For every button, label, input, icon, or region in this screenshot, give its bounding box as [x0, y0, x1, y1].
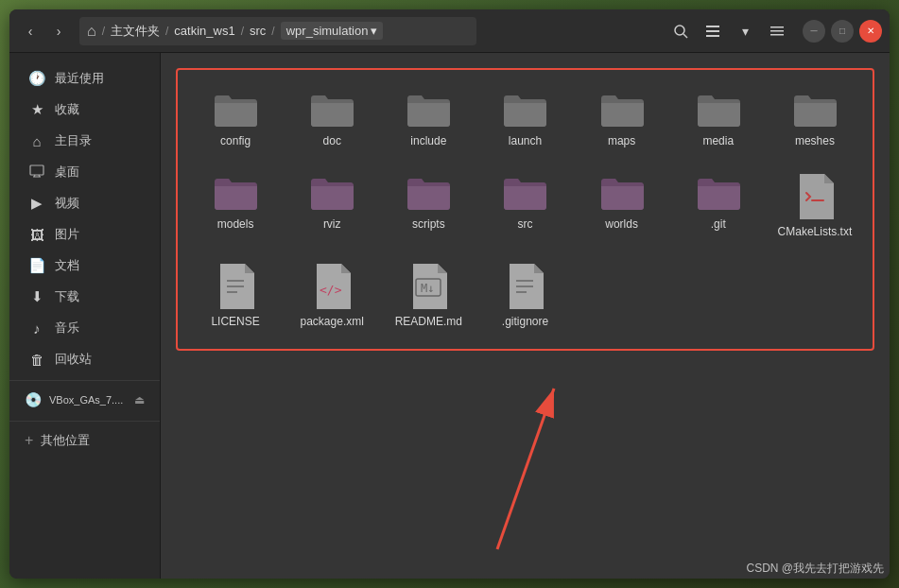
watermark: CSDN @我先去打把游戏先 [746, 561, 884, 577]
maximize-button[interactable]: □ [831, 20, 854, 43]
folder-media[interactable]: media [672, 81, 765, 157]
folder-config-label: config [220, 134, 251, 149]
svg-rect-4 [706, 35, 719, 37]
folder-rviz-label: rviz [323, 217, 341, 233]
folder-git-label: .git [711, 217, 726, 233]
breadcrumb-home-label[interactable]: 主文件夹 [111, 23, 160, 40]
sidebar-other-section: + 其他位置 [9, 421, 160, 456]
search-button[interactable] [666, 17, 695, 45]
file-manager-window: ‹ › ⌂ / 主文件夹 / catkin_ws1 / src / wpr_si… [9, 9, 890, 579]
nav-forward-button[interactable]: › [45, 18, 72, 44]
folder-launch[interactable]: launch [478, 81, 571, 157]
sidebar-item-recent[interactable]: 🕐 最近使用 [13, 63, 156, 94]
file-package-xml-label: package.xml [301, 315, 364, 330]
folder-scripts[interactable]: scripts [382, 164, 475, 248]
folder-models[interactable]: models [189, 164, 282, 248]
recent-icon: 🕐 [28, 70, 45, 87]
folder-icon [500, 89, 549, 130]
file-grid: config doc [176, 68, 874, 351]
svg-rect-7 [770, 34, 784, 36]
file-cmakelists[interactable]: CMakeLists.txt [769, 164, 861, 248]
home-icon: ⌂ [28, 133, 45, 149]
close-button[interactable]: ✕ [859, 20, 882, 43]
sidebar-item-home[interactable]: ⌂ 主目录 [13, 126, 156, 156]
titlebar: ‹ › ⌂ / 主文件夹 / catkin_ws1 / src / wpr_si… [9, 9, 890, 53]
music-icon: ♪ [28, 320, 45, 337]
sidebar-item-trash[interactable]: 🗑 回收站 [13, 344, 156, 374]
sidebar-item-desktop[interactable]: 桌面 [13, 157, 156, 187]
disc-icon: 💿 [25, 391, 42, 408]
file-area: config doc [161, 53, 890, 579]
folder-scripts-label: scripts [412, 217, 445, 233]
nav-buttons: ‹ › [17, 18, 72, 44]
desktop-icon [28, 164, 45, 181]
folder-worlds-label: worlds [605, 217, 638, 233]
folder-src-label: src [517, 217, 532, 233]
sidebar-item-pictures[interactable]: 🖼 图片 [13, 219, 156, 250]
trash-icon: 🗑 [28, 352, 45, 368]
folder-meshes-label: meshes [795, 134, 835, 149]
folder-include[interactable]: include [382, 81, 475, 157]
view-list-button[interactable] [699, 17, 727, 45]
folder-icon [597, 89, 647, 130]
breadcrumb-src[interactable]: src [250, 24, 266, 38]
file-gitignore[interactable]: .gitignore [478, 254, 571, 337]
sidebar-item-videos[interactable]: ▶ 视频 [13, 188, 156, 218]
device-label: VBox_GAs_7.... [49, 394, 123, 406]
nav-back-button[interactable]: ‹ [17, 18, 43, 44]
folder-config[interactable]: config [189, 81, 282, 157]
home-icon: ⌂ [87, 23, 96, 40]
minimize-button[interactable]: ─ [803, 20, 825, 43]
downloads-icon: ⬇ [28, 288, 45, 305]
file-readme-label: README.md [395, 315, 462, 330]
cmake-file-icon [794, 172, 836, 221]
folder-models-label: models [217, 217, 254, 233]
svg-rect-3 [706, 30, 719, 32]
folder-src[interactable]: src [478, 164, 571, 248]
main-content: 🕐 最近使用 ★ 收藏 ⌂ 主目录 [9, 53, 890, 579]
sort-button[interactable]: ▾ [731, 17, 759, 45]
folder-icon [694, 89, 743, 130]
folder-meshes[interactable]: meshes [769, 81, 861, 157]
sidebar-item-label: 图片 [55, 226, 79, 243]
folder-maps-label: maps [608, 134, 635, 149]
breadcrumb: ⌂ / 主文件夹 / catkin_ws1 / src / wpr_simula… [79, 17, 476, 45]
folder-doc[interactable]: doc [285, 81, 378, 157]
breadcrumb-catkin[interactable]: catkin_ws1 [174, 24, 234, 38]
window-controls: ─ □ ✕ [803, 20, 882, 43]
sidebar-item-music[interactable]: ♪ 音乐 [13, 313, 156, 343]
videos-icon: ▶ [28, 195, 45, 212]
folder-worlds[interactable]: worlds [576, 164, 668, 248]
folder-icon [211, 89, 260, 130]
xml-file-icon: </> [311, 262, 353, 311]
sidebar-item-other-locations[interactable]: + 其他位置 [9, 425, 160, 456]
svg-text:</>: </> [320, 283, 342, 297]
text-file-icon [215, 262, 256, 311]
sidebar-item-documents[interactable]: 📄 文档 [13, 251, 156, 281]
folder-icon [694, 172, 743, 214]
sidebar-item-vbox[interactable]: 💿 VBox_GAs_7.... ⏏ [9, 385, 160, 415]
sidebar-item-label: 回收站 [55, 351, 92, 368]
folder-git[interactable]: .git [672, 164, 765, 248]
folder-icon [404, 89, 453, 130]
file-package-xml[interactable]: </> package.xml [285, 254, 378, 337]
svg-rect-8 [30, 165, 43, 175]
menu-button[interactable] [763, 17, 791, 45]
sidebar-item-favorites[interactable]: ★ 收藏 [13, 95, 156, 125]
file-license-label: LICENSE [211, 315, 259, 330]
sidebar-item-label: 收藏 [55, 101, 79, 118]
svg-text:M↓: M↓ [421, 282, 434, 295]
folder-maps[interactable]: maps [576, 81, 668, 157]
other-locations-label: 其他位置 [41, 432, 90, 449]
svg-rect-5 [770, 26, 784, 28]
folder-icon [500, 172, 549, 214]
breadcrumb-wpr[interactable]: wpr_simulation ▾ [281, 22, 384, 40]
md-file-icon: M↓ [407, 262, 449, 311]
file-readme[interactable]: M↓ README.md [382, 254, 475, 337]
file-license[interactable]: LICENSE [189, 254, 282, 337]
eject-icon[interactable]: ⏏ [134, 393, 145, 406]
sidebar-item-downloads[interactable]: ⬇ 下载 [13, 282, 156, 312]
documents-icon: 📄 [28, 257, 45, 274]
annotation-area [176, 370, 874, 559]
folder-rviz[interactable]: rviz [285, 164, 378, 248]
